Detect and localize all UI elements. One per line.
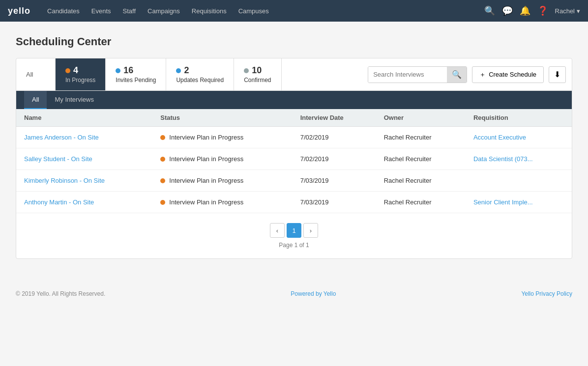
- tab-invites-count: 16: [123, 65, 133, 76]
- cell-req-0: Account Executive: [466, 127, 572, 148]
- pagination-controls: ‹ 1 ›: [270, 223, 318, 238]
- page-info: Page 1 of 1: [279, 242, 309, 249]
- cell-status-0: Interview Plan in Progress: [152, 127, 292, 148]
- create-schedule-button[interactable]: ＋ Create Schedule: [472, 66, 544, 83]
- footer-center-link[interactable]: Powered by Yello: [291, 290, 336, 297]
- sub-tab-all[interactable]: All: [24, 91, 47, 109]
- tab-confirmed-label: Confirmed: [244, 77, 271, 84]
- cell-name-0: James Anderson - On Site: [16, 127, 152, 148]
- cell-date-1: 7/02/2019: [293, 148, 376, 170]
- candidate-link-3[interactable]: Anthony Martin - On Site: [24, 198, 94, 206]
- messages-icon[interactable]: 💬: [502, 5, 513, 16]
- pagination-area: ‹ 1 › Page 1 of 1: [16, 213, 572, 258]
- search-input[interactable]: [368, 67, 447, 83]
- nav-events[interactable]: Events: [87, 4, 116, 18]
- page-title: Scheduling Center: [16, 35, 572, 48]
- tab-all-label: All: [26, 71, 33, 78]
- brand-logo[interactable]: yello: [8, 6, 30, 16]
- status-label-0: Interview Plan in Progress: [169, 134, 243, 141]
- footer: © 2019 Yello. All Rights Reserved. Power…: [0, 282, 588, 305]
- tab-invites-label: Invites Pending: [116, 77, 156, 84]
- user-name: Rachel: [555, 7, 575, 15]
- col-owner: Owner: [376, 109, 466, 127]
- tab-updates-dot: [176, 68, 181, 73]
- tab-all[interactable]: All: [16, 58, 56, 90]
- tab-in-progress-count: 4: [73, 65, 78, 76]
- sub-tab-my-interviews[interactable]: My Interviews: [47, 91, 101, 109]
- tab-confirmed-count: 10: [252, 65, 262, 76]
- table-body: James Anderson - On Site Interview Plan …: [16, 127, 572, 213]
- user-menu[interactable]: Rachel ▾: [555, 7, 580, 15]
- footer-right-link[interactable]: Yello Privacy Policy: [521, 290, 572, 297]
- create-schedule-label: Create Schedule: [489, 71, 536, 78]
- cell-name-3: Anthony Martin - On Site: [16, 192, 152, 213]
- plus-icon: ＋: [479, 70, 486, 79]
- nav-links: Candidates Events Staff Campaigns Requis…: [42, 4, 484, 18]
- next-page-button[interactable]: ›: [303, 223, 318, 238]
- interview-table: Name Status Interview Date Owner Requisi…: [16, 109, 572, 213]
- status-dot-3: [160, 200, 165, 205]
- cell-owner-0: Rachel Recruiter: [376, 127, 466, 148]
- nav-campuses[interactable]: Campuses: [234, 4, 274, 18]
- cell-req-3: Senior Client Imple...: [466, 192, 572, 213]
- table-row: Anthony Martin - On Site Interview Plan …: [16, 192, 572, 213]
- table-header: Name Status Interview Date Owner Requisi…: [16, 109, 572, 127]
- tab-in-progress-label: In Progress: [65, 77, 95, 84]
- nav-icons: 🔍 💬 🔔 ❓ Rachel ▾: [484, 5, 580, 16]
- nav-candidates[interactable]: Candidates: [42, 4, 85, 18]
- tab-updates-count: 2: [184, 65, 189, 76]
- col-date: Interview Date: [293, 109, 376, 127]
- tab-in-progress[interactable]: 4 In Progress: [56, 58, 106, 90]
- download-button[interactable]: ⬇: [549, 66, 566, 83]
- candidate-link-0[interactable]: James Anderson - On Site: [24, 134, 99, 141]
- req-link-1[interactable]: Data Scientist (073...: [473, 155, 533, 163]
- search-button[interactable]: 🔍: [447, 67, 467, 83]
- req-link-3[interactable]: Senior Client Imple...: [473, 198, 533, 206]
- cell-name-2: Kimberly Robinson - On Site: [16, 170, 152, 192]
- cell-name-1: Salley Student - On Site: [16, 148, 152, 170]
- tabs-container: All 4 In Progress 16 Invites Pending: [16, 58, 572, 259]
- nav-staff[interactable]: Staff: [118, 4, 141, 18]
- tab-in-progress-dot: [65, 68, 70, 73]
- table-row: Kimberly Robinson - On Site Interview Pl…: [16, 170, 572, 192]
- candidate-link-1[interactable]: Salley Student - On Site: [24, 155, 92, 163]
- help-icon[interactable]: ❓: [537, 5, 548, 16]
- search-box: 🔍: [368, 66, 467, 83]
- cell-date-2: 7/03/2019: [293, 170, 376, 192]
- status-label-1: Interview Plan in Progress: [169, 155, 243, 163]
- navbar: yello Candidates Events Staff Campaigns …: [0, 0, 588, 22]
- cell-status-2: Interview Plan in Progress: [152, 170, 292, 192]
- candidate-link-2[interactable]: Kimberly Robinson - On Site: [24, 177, 105, 184]
- nav-requisitions[interactable]: Requisitions: [187, 4, 232, 18]
- cell-req-2: [466, 170, 572, 192]
- page-1-button[interactable]: 1: [287, 223, 301, 238]
- status-label-2: Interview Plan in Progress: [169, 177, 243, 184]
- footer-left: © 2019 Yello. All Rights Reserved.: [16, 290, 105, 297]
- sub-tab-bar: All My Interviews: [16, 91, 572, 109]
- cell-req-1: Data Scientist (073...: [466, 148, 572, 170]
- cell-owner-3: Rachel Recruiter: [376, 192, 466, 213]
- chevron-down-icon: ▾: [577, 7, 580, 15]
- notifications-icon[interactable]: 🔔: [520, 5, 530, 16]
- col-status: Status: [152, 109, 292, 127]
- cell-date-3: 7/03/2019: [293, 192, 376, 213]
- search-icon[interactable]: 🔍: [484, 5, 495, 16]
- tab-bar: All 4 In Progress 16 Invites Pending: [16, 58, 572, 91]
- tab-confirmed-dot: [244, 68, 249, 73]
- tab-updates-required[interactable]: 2 Updates Required: [166, 58, 234, 90]
- prev-page-button[interactable]: ‹: [270, 223, 285, 238]
- col-name: Name: [16, 109, 152, 127]
- tab-invites-pending[interactable]: 16 Invites Pending: [106, 58, 166, 90]
- req-link-0[interactable]: Account Executive: [473, 134, 526, 141]
- cell-owner-1: Rachel Recruiter: [376, 148, 466, 170]
- tab-confirmed[interactable]: 10 Confirmed: [234, 58, 281, 90]
- status-dot-2: [160, 178, 165, 183]
- cell-status-3: Interview Plan in Progress: [152, 192, 292, 213]
- main-content: Scheduling Center All 4 In Progress 16 I…: [0, 22, 588, 273]
- table-row: James Anderson - On Site Interview Plan …: [16, 127, 572, 148]
- download-icon: ⬇: [554, 70, 560, 79]
- nav-campaigns[interactable]: Campaigns: [143, 4, 185, 18]
- cell-owner-2: Rachel Recruiter: [376, 170, 466, 192]
- status-label-3: Interview Plan in Progress: [169, 198, 243, 206]
- cell-date-0: 7/02/2019: [293, 127, 376, 148]
